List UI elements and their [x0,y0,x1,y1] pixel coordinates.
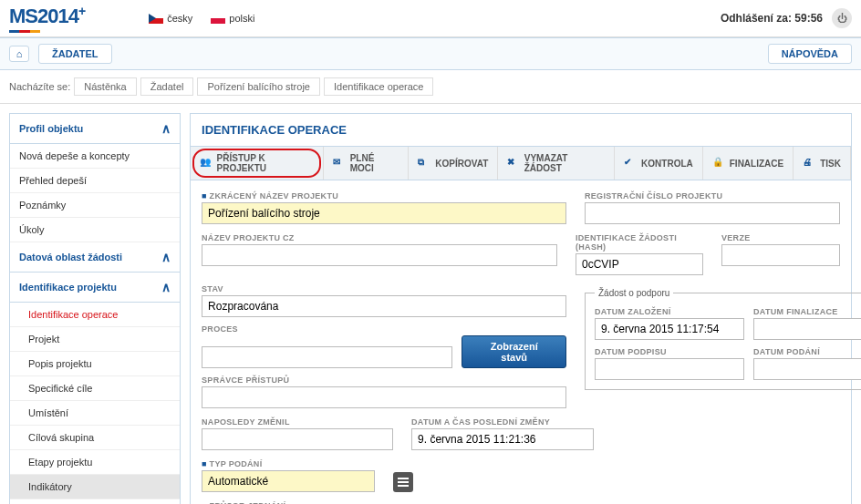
admin-label: SPRÁVCE PŘÍSTUPŮ [202,375,566,385]
toolbar-copy[interactable]: ⧉KOPÍROVAT [409,147,498,180]
delete-icon: ✖ [507,157,520,170]
print-icon: 🖨 [803,157,815,170]
toolbar-access-project[interactable]: 👥 PŘÍSTUP K PROJEKTU [191,147,324,180]
date-submit-label: DATUM PODÁNÍ [753,347,861,356]
sidebar: Profil objektu∧ Nová depeše a koncepty P… [9,113,181,504]
sidebar-item-identifikace-operace[interactable]: Identifikace operace [10,303,180,327]
sidebar-item-indikatory[interactable]: Indikátory [10,475,180,499]
fieldset-legend: Žádost o podporu [595,288,673,298]
toolbar-check[interactable]: ✔KONTROLA [615,147,703,180]
chevron-up-icon: ∧ [161,250,171,264]
sidebar-item[interactable]: Přehled depeší [10,169,180,193]
typ-podani-picker[interactable] [393,472,413,492]
toolbar-finalize[interactable]: 🔒FINALIZACE [703,147,794,180]
copy-icon: ⧉ [418,157,430,170]
date-submit-input[interactable] [753,358,861,380]
typ-podani-label: TYP PODÁNÍ [202,459,375,468]
logo: MS2014+ [9,4,85,33]
short-name-input[interactable] [202,202,566,224]
sidebar-item[interactable]: Úkoly [10,218,180,242]
sidebar-item[interactable]: Cílová skupina [10,426,180,450]
menu-icon [398,481,409,483]
date-created-input[interactable] [595,318,744,340]
stav-label: STAV [202,284,566,293]
verze-input[interactable] [721,244,840,266]
reg-num-label: REGISTRAČNÍ ČÍSLO PROJEKTU [585,191,840,201]
date-sign-label: DATUM PODPISU [595,347,744,356]
hash-input[interactable] [576,253,703,275]
form: ZKRÁCENÝ NÁZEV PROJEKTU REGISTRAČNÍ ČÍSL… [191,180,851,504]
check-icon: ✔ [624,157,637,170]
sidebar-item[interactable]: Poznámky [10,193,180,218]
reg-num-input[interactable] [585,202,840,224]
verze-label: VERZE [721,233,840,242]
breadcrumb: Nacházíte se: Nástěnka Žadatel Pořízení … [0,70,861,104]
date-final-label: DATUM FINALIZACE [753,307,861,316]
content-title: IDENTIFIKACE OPERACE [191,114,851,147]
applicant-button[interactable]: ŽADATEL [38,44,112,64]
sidebar-item[interactable]: Horizontální principy [10,499,180,504]
request-fieldset: Žádost o podporu DATUM ZALOŽENÍ DATUM FI… [585,288,861,390]
sidebar-item[interactable]: Nová depeše a koncepty [10,144,180,169]
app-header: MS2014+ česky polski Odhlášení za: 59:56… [0,0,861,37]
lang-czech[interactable]: česky [149,13,192,24]
sidebar-item[interactable]: Specifické cíle [10,376,180,401]
short-name-label: ZKRÁCENÝ NÁZEV PROJEKTU [202,191,566,201]
chevron-up-icon: ∧ [161,121,171,136]
toolbar-delete[interactable]: ✖VYMAZAT ŽÁDOST [498,147,615,180]
breadcrumb-item[interactable]: Pořízení balícího stroje [197,77,320,96]
sidebar-section-profile[interactable]: Profil objektu∧ [10,114,180,144]
lock-icon: 🔒 [712,157,725,170]
lang-polish[interactable]: polski [211,13,254,24]
show-states-button[interactable]: Zobrazení stavů [462,335,566,368]
proces-label: PROCES [202,324,566,334]
last-mod-at-input[interactable] [411,428,594,450]
breadcrumb-label: Nacházíte se: [9,81,70,92]
hash-label: IDENTIFIKACE ŽÁDOSTI (HASH) [576,233,703,252]
last-mod-by-label: NAPOSLEDY ZMĚNIL [202,417,393,427]
logout-timer: Odhlášení za: 59:56 [721,12,823,25]
name-cz-input[interactable] [202,244,557,266]
content-toolbar: 👥 PŘÍSTUP K PROJEKTU ✉PLNÉ MOCI ⧉KOPÍROV… [191,147,851,180]
toolbar-print[interactable]: 🖨TISK [794,147,851,180]
breadcrumb-item[interactable]: Žadatel [140,77,194,96]
power-icon[interactable]: ⏻ [832,8,852,28]
chevron-up-icon: ∧ [161,280,171,294]
language-switcher: česky polski [149,13,254,24]
breadcrumb-item[interactable]: Identifikace operace [324,77,433,96]
people-icon: 👥 [200,157,213,170]
top-nav: ⌂ ŽADATEL NÁPOVĚDA [0,37,861,70]
flag-pl-icon [211,14,225,24]
sidebar-section-data[interactable]: Datová oblast žádosti∧ [10,242,180,273]
typ-podani-input[interactable] [202,470,375,492]
stav-input[interactable] [202,295,566,317]
last-mod-by-input[interactable] [202,428,393,450]
date-sign-input[interactable] [595,358,744,380]
proces-input[interactable] [202,346,452,368]
last-mod-at-label: DATUM A ČAS POSLEDNÍ ZMĚNY [411,417,594,427]
breadcrumb-item[interactable]: Nástěnka [74,77,136,96]
date-created-label: DATUM ZALOŽENÍ [595,307,744,316]
flag-cz-icon [149,14,163,24]
date-final-input[interactable] [753,318,861,340]
toolbar-plne-moci[interactable]: ✉PLNÉ MOCI [324,147,409,180]
admin-input[interactable] [202,386,566,408]
sidebar-item[interactable]: Projekt [10,327,180,352]
home-button[interactable]: ⌂ [9,46,29,62]
sidebar-section-ident[interactable]: Identifikace projektu∧ [10,273,180,303]
sidebar-item[interactable]: Popis projektu [10,352,180,376]
sidebar-item[interactable]: Umístění [10,401,180,426]
content-panel: IDENTIFIKACE OPERACE 👥 PŘÍSTUP K PROJEKT… [190,113,852,504]
help-button[interactable]: NÁPOVĚDA [768,44,852,64]
name-cz-label: NÁZEV PROJEKTU CZ [202,233,557,242]
envelope-icon: ✉ [333,157,346,170]
sidebar-item[interactable]: Etapy projektu [10,450,180,475]
